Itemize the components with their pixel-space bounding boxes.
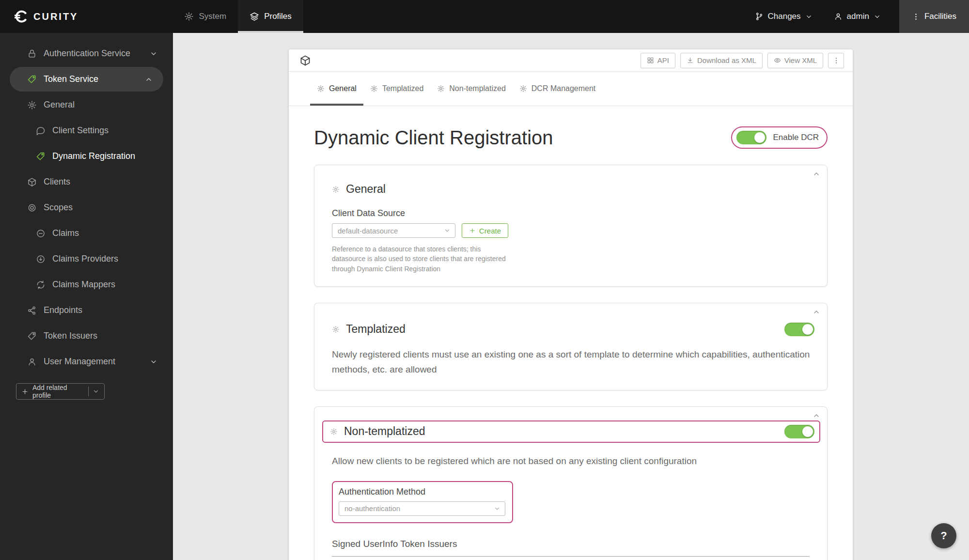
sidebar-item-label: Claims Mappers	[52, 280, 115, 290]
circle-down-icon	[36, 254, 46, 264]
admin-menu[interactable]: admin	[823, 12, 891, 21]
sidebar-item-endpoints[interactable]: Endpoints	[0, 297, 173, 323]
tab-non-templatized[interactable]: Non-templatized	[430, 72, 513, 106]
chevron-down-icon	[150, 50, 157, 58]
tab-general[interactable]: General	[310, 72, 363, 106]
enable-dcr-control: Enable DCR	[731, 126, 828, 149]
download-as-xml-button[interactable]: Download as XML	[680, 53, 763, 68]
package-icon	[299, 55, 311, 66]
main-content: API Download as XML View XML General	[173, 33, 969, 560]
templatized-toggle[interactable]	[784, 323, 814, 336]
client-data-source-row: default-datasource Create	[332, 223, 817, 238]
tab-dcr-management[interactable]: DCR Management	[513, 72, 603, 106]
chevron-up-icon	[813, 170, 820, 178]
more-options-button[interactable]	[828, 53, 844, 68]
section-non-templatized-title: Non-templatized	[344, 425, 425, 438]
sidebar-item-claims-mappers[interactable]: Claims Mappers	[0, 272, 173, 297]
sidebar: Authentication Service Token Service Gen…	[0, 33, 173, 560]
curity-logo[interactable]: CURITY	[0, 10, 78, 23]
sidebar-item-label: User Management	[44, 357, 115, 367]
create-button[interactable]: Create	[462, 223, 508, 238]
authentication-method-select[interactable]: no-authentication	[339, 501, 505, 516]
sidebar-item-label: Authentication Service	[44, 48, 130, 59]
sidebar-item-token-service[interactable]: Token Service	[10, 67, 163, 92]
sidebar-item-label: Endpoints	[44, 305, 82, 315]
chevron-down-icon	[150, 358, 157, 366]
help-button[interactable]: ?	[931, 523, 956, 548]
chevron-up-icon	[145, 76, 153, 83]
sidebar-item-general[interactable]: General	[0, 92, 173, 118]
enable-dcr-label: Enable DCR	[773, 133, 819, 142]
changes-label: Changes	[768, 12, 801, 21]
header-actions: API Download as XML View XML	[641, 53, 844, 68]
section-non-templatized: Non-templatized Allow new clients to be …	[314, 406, 828, 560]
gear-icon	[437, 85, 445, 93]
non-templatized-heading-row: Non-templatized	[322, 420, 820, 443]
collapse-section-button[interactable]	[813, 412, 820, 421]
admin-label: admin	[847, 12, 869, 21]
sidebar-item-dynamic-registration[interactable]: Dynamic Registration	[0, 143, 173, 169]
sidebar-item-label: Token Issuers	[44, 331, 97, 341]
divider	[88, 387, 89, 396]
tab-system[interactable]: System	[172, 0, 238, 33]
tab-general-label: General	[329, 84, 357, 93]
sidebar-item-label: Dynamic Registration	[52, 151, 135, 161]
sidebar-item-clients[interactable]: Clients	[0, 169, 173, 195]
topbar-right-group: Changes admin Facilities	[744, 0, 969, 33]
tab-non-templatized-label: Non-templatized	[449, 84, 506, 93]
profile-card: API Download as XML View XML General	[289, 49, 853, 560]
add-related-profile-button[interactable]: Add related profile	[16, 383, 105, 400]
sidebar-item-token-issuers[interactable]: Token Issuers	[0, 323, 173, 349]
kebab-icon	[832, 57, 840, 64]
top-navigation-bar: CURITY System Profiles Changes admin Fac…	[0, 0, 969, 33]
tab-templatized[interactable]: Templatized	[363, 72, 430, 106]
view-xml-button[interactable]: View XML	[767, 53, 823, 68]
facilities-label: Facilities	[924, 12, 956, 21]
view-xml-label: View XML	[784, 56, 817, 64]
sidebar-item-scopes[interactable]: Scopes	[0, 195, 173, 220]
circle-line-icon	[36, 229, 46, 238]
title-row: Dynamic Client Registration Enable DCR	[314, 126, 828, 149]
card-header: API Download as XML View XML	[289, 49, 853, 72]
gear-icon	[317, 85, 325, 93]
signed-userinfo-token-issuers-field[interactable]	[332, 556, 810, 557]
section-general: General Client Data Source default-datas…	[314, 165, 828, 287]
non-templatized-description: Allow new clients to be registered which…	[332, 453, 817, 468]
chevron-up-icon	[813, 412, 820, 420]
create-button-label: Create	[479, 227, 501, 235]
gear-icon	[27, 100, 37, 110]
chevron-down-icon	[805, 13, 813, 20]
enable-dcr-toggle[interactable]	[736, 131, 766, 144]
authentication-method-value: no-authentication	[344, 504, 400, 513]
sidebar-item-claims-providers[interactable]: Claims Providers	[0, 246, 173, 272]
api-button[interactable]: API	[641, 53, 675, 68]
signed-userinfo-token-issuers-label: Signed UserInfo Token Issuers	[332, 539, 817, 549]
changes-menu[interactable]: Changes	[744, 12, 823, 21]
non-templatized-toggle[interactable]	[784, 425, 814, 438]
loop-icon	[36, 280, 46, 290]
authentication-method-group: Authentication Method no-authentication	[332, 481, 513, 523]
facilities-button[interactable]: Facilities	[899, 0, 969, 33]
section-general-heading-row: General	[332, 183, 817, 196]
chevron-up-icon	[813, 308, 820, 316]
collapse-section-button[interactable]	[813, 308, 820, 318]
chevron-down-icon	[93, 388, 99, 395]
tab-profiles[interactable]: Profiles	[238, 0, 303, 33]
grid-icon	[647, 57, 654, 64]
client-data-source-label: Client Data Source	[332, 208, 817, 218]
sidebar-item-client-settings[interactable]: Client Settings	[0, 118, 173, 143]
lock-icon	[27, 49, 37, 59]
sidebar-item-authentication-service[interactable]: Authentication Service	[0, 41, 173, 66]
collapse-section-button[interactable]	[813, 170, 820, 180]
chevron-down-icon	[444, 227, 451, 234]
branch-icon	[755, 12, 764, 21]
kebab-icon	[912, 13, 920, 21]
brand-name: CURITY	[33, 11, 78, 22]
client-data-source-select[interactable]: default-datasource	[332, 223, 455, 238]
sidebar-item-claims[interactable]: Claims	[0, 220, 173, 246]
client-data-source-helper-text: Reference to a datasource that stores cl…	[332, 244, 511, 274]
target-icon	[27, 203, 37, 213]
tag-icon	[27, 331, 37, 341]
sidebar-item-user-management[interactable]: User Management	[0, 349, 173, 374]
page-title: Dynamic Client Registration	[314, 127, 553, 149]
